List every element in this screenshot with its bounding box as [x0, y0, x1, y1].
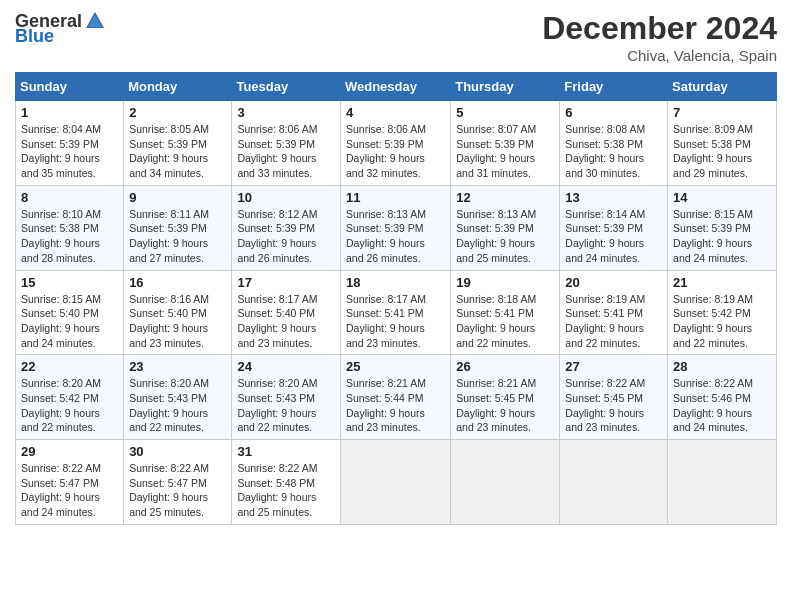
calendar-cell: 7Sunrise: 8:09 AM Sunset: 5:38 PM Daylig… [668, 101, 777, 186]
calendar-cell [451, 440, 560, 525]
calendar-cell: 13Sunrise: 8:14 AM Sunset: 5:39 PM Dayli… [560, 185, 668, 270]
day-number: 29 [21, 444, 118, 459]
main-title: December 2024 [542, 10, 777, 47]
day-number: 3 [237, 105, 335, 120]
calendar-header-saturday: Saturday [668, 73, 777, 101]
calendar-table: SundayMondayTuesdayWednesdayThursdayFrid… [15, 72, 777, 525]
day-info: Sunrise: 8:15 AM Sunset: 5:40 PM Dayligh… [21, 292, 118, 351]
day-info: Sunrise: 8:19 AM Sunset: 5:42 PM Dayligh… [673, 292, 771, 351]
day-number: 26 [456, 359, 554, 374]
day-info: Sunrise: 8:22 AM Sunset: 5:47 PM Dayligh… [129, 461, 226, 520]
calendar-header-tuesday: Tuesday [232, 73, 341, 101]
day-number: 2 [129, 105, 226, 120]
calendar-cell: 8Sunrise: 8:10 AM Sunset: 5:38 PM Daylig… [16, 185, 124, 270]
day-info: Sunrise: 8:14 AM Sunset: 5:39 PM Dayligh… [565, 207, 662, 266]
title-block: December 2024 Chiva, Valencia, Spain [542, 10, 777, 64]
calendar-week-row: 29Sunrise: 8:22 AM Sunset: 5:47 PM Dayli… [16, 440, 777, 525]
day-number: 8 [21, 190, 118, 205]
calendar-cell: 1Sunrise: 8:04 AM Sunset: 5:39 PM Daylig… [16, 101, 124, 186]
day-number: 27 [565, 359, 662, 374]
day-number: 10 [237, 190, 335, 205]
calendar-cell: 22Sunrise: 8:20 AM Sunset: 5:42 PM Dayli… [16, 355, 124, 440]
day-number: 14 [673, 190, 771, 205]
day-info: Sunrise: 8:13 AM Sunset: 5:39 PM Dayligh… [346, 207, 445, 266]
day-info: Sunrise: 8:21 AM Sunset: 5:44 PM Dayligh… [346, 376, 445, 435]
calendar-week-row: 15Sunrise: 8:15 AM Sunset: 5:40 PM Dayli… [16, 270, 777, 355]
calendar-cell: 16Sunrise: 8:16 AM Sunset: 5:40 PM Dayli… [124, 270, 232, 355]
day-info: Sunrise: 8:17 AM Sunset: 5:40 PM Dayligh… [237, 292, 335, 351]
day-info: Sunrise: 8:06 AM Sunset: 5:39 PM Dayligh… [237, 122, 335, 181]
calendar-cell: 21Sunrise: 8:19 AM Sunset: 5:42 PM Dayli… [668, 270, 777, 355]
day-info: Sunrise: 8:09 AM Sunset: 5:38 PM Dayligh… [673, 122, 771, 181]
calendar-cell [668, 440, 777, 525]
day-number: 9 [129, 190, 226, 205]
calendar-header-sunday: Sunday [16, 73, 124, 101]
day-info: Sunrise: 8:08 AM Sunset: 5:38 PM Dayligh… [565, 122, 662, 181]
logo-icon [84, 10, 106, 32]
day-number: 23 [129, 359, 226, 374]
day-number: 20 [565, 275, 662, 290]
day-info: Sunrise: 8:19 AM Sunset: 5:41 PM Dayligh… [565, 292, 662, 351]
calendar-cell: 24Sunrise: 8:20 AM Sunset: 5:43 PM Dayli… [232, 355, 341, 440]
calendar-cell: 10Sunrise: 8:12 AM Sunset: 5:39 PM Dayli… [232, 185, 341, 270]
calendar-cell: 11Sunrise: 8:13 AM Sunset: 5:39 PM Dayli… [340, 185, 450, 270]
day-info: Sunrise: 8:20 AM Sunset: 5:43 PM Dayligh… [129, 376, 226, 435]
calendar-cell: 3Sunrise: 8:06 AM Sunset: 5:39 PM Daylig… [232, 101, 341, 186]
day-info: Sunrise: 8:06 AM Sunset: 5:39 PM Dayligh… [346, 122, 445, 181]
day-info: Sunrise: 8:16 AM Sunset: 5:40 PM Dayligh… [129, 292, 226, 351]
calendar-cell: 9Sunrise: 8:11 AM Sunset: 5:39 PM Daylig… [124, 185, 232, 270]
day-info: Sunrise: 8:21 AM Sunset: 5:45 PM Dayligh… [456, 376, 554, 435]
calendar-cell [340, 440, 450, 525]
day-number: 24 [237, 359, 335, 374]
day-number: 4 [346, 105, 445, 120]
day-number: 19 [456, 275, 554, 290]
calendar-cell: 28Sunrise: 8:22 AM Sunset: 5:46 PM Dayli… [668, 355, 777, 440]
calendar-cell: 27Sunrise: 8:22 AM Sunset: 5:45 PM Dayli… [560, 355, 668, 440]
calendar-header-row: SundayMondayTuesdayWednesdayThursdayFrid… [16, 73, 777, 101]
day-number: 25 [346, 359, 445, 374]
day-info: Sunrise: 8:15 AM Sunset: 5:39 PM Dayligh… [673, 207, 771, 266]
day-number: 21 [673, 275, 771, 290]
calendar-cell: 29Sunrise: 8:22 AM Sunset: 5:47 PM Dayli… [16, 440, 124, 525]
day-info: Sunrise: 8:18 AM Sunset: 5:41 PM Dayligh… [456, 292, 554, 351]
calendar-cell: 20Sunrise: 8:19 AM Sunset: 5:41 PM Dayli… [560, 270, 668, 355]
calendar-cell: 14Sunrise: 8:15 AM Sunset: 5:39 PM Dayli… [668, 185, 777, 270]
day-info: Sunrise: 8:22 AM Sunset: 5:48 PM Dayligh… [237, 461, 335, 520]
calendar-header-friday: Friday [560, 73, 668, 101]
logo-blue: Blue [15, 26, 54, 47]
day-info: Sunrise: 8:22 AM Sunset: 5:46 PM Dayligh… [673, 376, 771, 435]
calendar-cell: 5Sunrise: 8:07 AM Sunset: 5:39 PM Daylig… [451, 101, 560, 186]
day-number: 12 [456, 190, 554, 205]
calendar-week-row: 1Sunrise: 8:04 AM Sunset: 5:39 PM Daylig… [16, 101, 777, 186]
day-number: 17 [237, 275, 335, 290]
day-number: 6 [565, 105, 662, 120]
calendar-cell: 30Sunrise: 8:22 AM Sunset: 5:47 PM Dayli… [124, 440, 232, 525]
calendar-cell: 19Sunrise: 8:18 AM Sunset: 5:41 PM Dayli… [451, 270, 560, 355]
day-info: Sunrise: 8:22 AM Sunset: 5:45 PM Dayligh… [565, 376, 662, 435]
calendar-header-thursday: Thursday [451, 73, 560, 101]
day-info: Sunrise: 8:11 AM Sunset: 5:39 PM Dayligh… [129, 207, 226, 266]
day-number: 1 [21, 105, 118, 120]
day-number: 5 [456, 105, 554, 120]
calendar-cell: 31Sunrise: 8:22 AM Sunset: 5:48 PM Dayli… [232, 440, 341, 525]
day-info: Sunrise: 8:10 AM Sunset: 5:38 PM Dayligh… [21, 207, 118, 266]
day-number: 16 [129, 275, 226, 290]
day-number: 13 [565, 190, 662, 205]
calendar-cell: 6Sunrise: 8:08 AM Sunset: 5:38 PM Daylig… [560, 101, 668, 186]
day-info: Sunrise: 8:20 AM Sunset: 5:43 PM Dayligh… [237, 376, 335, 435]
calendar-cell: 26Sunrise: 8:21 AM Sunset: 5:45 PM Dayli… [451, 355, 560, 440]
day-number: 18 [346, 275, 445, 290]
calendar-cell: 23Sunrise: 8:20 AM Sunset: 5:43 PM Dayli… [124, 355, 232, 440]
day-number: 11 [346, 190, 445, 205]
calendar-header-monday: Monday [124, 73, 232, 101]
day-info: Sunrise: 8:07 AM Sunset: 5:39 PM Dayligh… [456, 122, 554, 181]
day-info: Sunrise: 8:05 AM Sunset: 5:39 PM Dayligh… [129, 122, 226, 181]
day-info: Sunrise: 8:13 AM Sunset: 5:39 PM Dayligh… [456, 207, 554, 266]
calendar-header-wednesday: Wednesday [340, 73, 450, 101]
calendar-cell [560, 440, 668, 525]
calendar-cell: 15Sunrise: 8:15 AM Sunset: 5:40 PM Dayli… [16, 270, 124, 355]
day-number: 22 [21, 359, 118, 374]
day-number: 7 [673, 105, 771, 120]
calendar-week-row: 8Sunrise: 8:10 AM Sunset: 5:38 PM Daylig… [16, 185, 777, 270]
day-number: 31 [237, 444, 335, 459]
